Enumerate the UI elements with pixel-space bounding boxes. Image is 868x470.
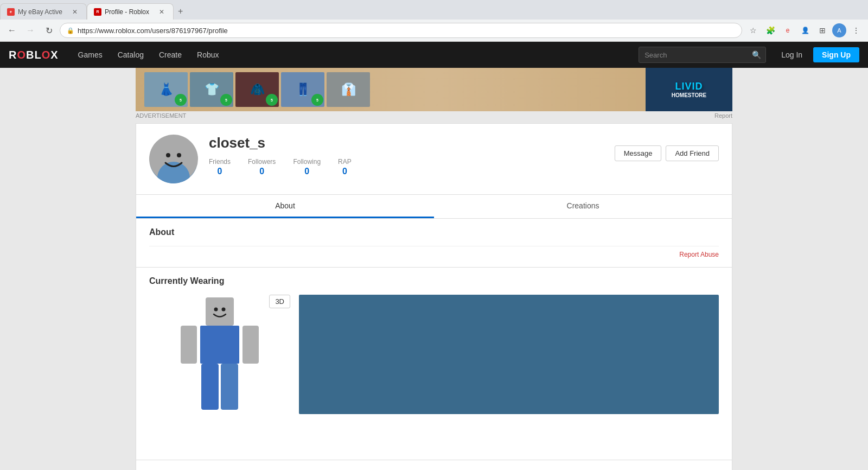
about-heading: About	[149, 227, 719, 242]
ad-badge-4: 5	[311, 94, 323, 106]
report-abuse-link[interactable]: Report Abuse	[679, 251, 719, 258]
char-face-svg	[208, 300, 231, 323]
ad-banner: 👗 5 👕 5 🧥 5	[136, 68, 732, 111]
search-button[interactable]: 🔍	[748, 47, 765, 62]
ad-badge-1: 5	[175, 94, 187, 106]
stat-following: Following 0	[293, 158, 321, 176]
address-bar[interactable]: 🔒 https://www.roblox.com/users/876197967…	[60, 23, 742, 38]
profile-avatar	[149, 135, 198, 183]
nav-create[interactable]: Create	[152, 42, 188, 68]
ad-item-1[interactable]: 👗 5	[144, 72, 188, 107]
following-value: 0	[304, 167, 309, 176]
ad-livid-text: LIVID	[675, 81, 703, 92]
ebay-favicon: e	[7, 8, 15, 16]
nav-auth: Log In Sign Up	[775, 47, 859, 62]
char-left-arm	[181, 326, 197, 364]
tab-roblox[interactable]: R Profile - Roblox ✕	[87, 3, 174, 20]
avatar-2d-container: 3D	[149, 295, 290, 447]
profile-avatar-button[interactable]: A	[832, 23, 846, 37]
url-text: https://www.roblox.com/users/876197967/p…	[78, 27, 735, 35]
tab-ebay-close[interactable]: ✕	[70, 7, 80, 17]
stat-friends: Friends 0	[209, 158, 231, 176]
report-abuse-container: Report Abuse	[149, 251, 719, 258]
tab-about[interactable]: About	[136, 195, 434, 218]
forward-button[interactable]: →	[23, 23, 38, 38]
roblox-navbar: ROBLOX Games Catalog Create Robux 🔍 Log …	[0, 42, 868, 68]
avatar-svg	[149, 135, 198, 183]
bookmark-star-button[interactable]: ☆	[745, 23, 761, 38]
ad-inner: 👗 5 👕 5 🧥 5	[136, 68, 732, 111]
roblox-favicon: R	[94, 8, 101, 16]
ad-item-4[interactable]: 👖 5	[281, 72, 324, 107]
ad-item-5[interactable]: 👔	[327, 72, 370, 107]
ad-livid-sub: HOMESTORE	[672, 92, 706, 98]
ad-livid[interactable]: LIVID HOMESTORE	[646, 68, 732, 111]
profile-username: closet_s	[209, 135, 604, 151]
tab-creations[interactable]: Creations	[434, 195, 732, 218]
search-input[interactable]	[639, 48, 748, 62]
avatar-3d-view	[299, 295, 719, 414]
back-button[interactable]: ←	[4, 23, 20, 38]
search-bar: 🔍	[639, 47, 766, 63]
nav-robux[interactable]: Robux	[190, 42, 225, 68]
reload-button[interactable]: ↻	[41, 23, 56, 38]
extensions-button[interactable]: 🧩	[763, 23, 778, 38]
roblox-character	[165, 297, 274, 444]
menu-button[interactable]: ⋮	[848, 23, 864, 38]
about-divider	[149, 246, 719, 246]
add-friend-button[interactable]: Add Friend	[666, 145, 719, 161]
tab-roblox-close[interactable]: ✕	[157, 7, 167, 17]
new-tab-button[interactable]: +	[174, 4, 187, 18]
ad-report-link[interactable]: Report	[714, 112, 732, 119]
ad-item-3[interactable]: 🧥 5	[235, 72, 279, 107]
stat-rap: RAP 0	[338, 158, 352, 176]
followers-label: Followers	[248, 158, 276, 166]
rap-value: 0	[342, 167, 347, 176]
btn-3d[interactable]: 3D	[269, 295, 290, 308]
nav-catalog[interactable]: Catalog	[111, 42, 150, 68]
svg-point-5	[214, 308, 218, 312]
followers-value: 0	[259, 167, 264, 176]
message-button[interactable]: Message	[615, 145, 662, 161]
nav-links: Games Catalog Create Robux	[72, 42, 630, 68]
profile-stats: Friends 0 Followers 0 Following 0 RAP 0	[209, 158, 604, 176]
tab-creations-label: Creations	[567, 201, 599, 210]
login-button[interactable]: Log In	[775, 47, 809, 62]
char-left-leg	[201, 364, 219, 410]
tab-ebay[interactable]: e My eBay Active ✕	[0, 3, 87, 20]
friends-value: 0	[218, 167, 222, 176]
ad-items: 👗 5 👕 5 🧥 5	[136, 68, 646, 111]
char-torso	[200, 326, 239, 364]
char-right-leg	[221, 364, 238, 410]
browser-chrome: e My eBay Active ✕ R Profile - Roblox ✕ …	[0, 0, 868, 42]
page-content: 👗 5 👕 5 🧥 5	[136, 68, 732, 470]
wearing-display: 3D	[149, 295, 719, 447]
ad-item-2[interactable]: 👕 5	[190, 72, 233, 107]
grid-button[interactable]: ⊞	[815, 23, 830, 38]
tab-ebay-label: My eBay Active	[18, 8, 62, 16]
currently-wearing-title: Currently Wearing	[149, 276, 719, 286]
account-icon-1[interactable]: e	[780, 23, 795, 38]
roblox-logo-text: ROBLOX	[9, 49, 59, 61]
advertisement-label: ADVERTISEMENT	[136, 112, 186, 119]
profile-info: closet_s Friends 0 Followers 0 Following…	[209, 135, 604, 176]
account-icon-2[interactable]: 👤	[797, 23, 813, 38]
about-content: About Report Abuse	[136, 219, 732, 268]
browser-toolbar: ← → ↻ 🔒 https://www.roblox.com/users/876…	[0, 20, 868, 41]
profile-actions: Message Add Friend	[615, 135, 719, 161]
profile-section: closet_s Friends 0 Followers 0 Following…	[136, 123, 732, 195]
roblox-logo[interactable]: ROBLOX	[9, 49, 59, 61]
tab-about-label: About	[275, 201, 295, 210]
currently-wearing-section: Currently Wearing	[136, 268, 732, 460]
char-right-arm	[242, 326, 259, 364]
browser-tabs: e My eBay Active ✕ R Profile - Roblox ✕ …	[0, 0, 868, 20]
char-head	[206, 297, 234, 326]
nav-games[interactable]: Games	[72, 42, 109, 68]
friends-label: Friends	[209, 158, 231, 166]
toolbar-right: ☆ 🧩 e 👤 ⊞ A ⋮	[745, 23, 864, 38]
statistics-section: Statistics Join Date 11/28/2018 Place Vi…	[136, 460, 732, 470]
rap-label: RAP	[338, 158, 352, 166]
signup-button[interactable]: Sign Up	[813, 47, 859, 62]
tab-roblox-label: Profile - Roblox	[105, 8, 149, 16]
ad-badge-3: 5	[266, 94, 278, 106]
